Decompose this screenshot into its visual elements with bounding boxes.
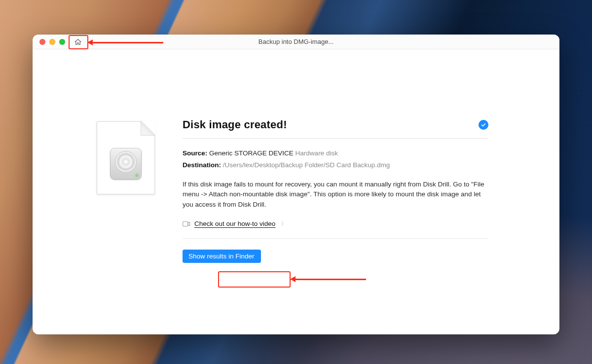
destination-value: /Users/lex/Desktop/Backup Folder/SD Card… <box>223 161 390 169</box>
home-icon <box>74 38 82 46</box>
help-text: If this disk image fails to mount for re… <box>183 180 488 211</box>
panel-header: Disk image created! <box>183 118 488 139</box>
video-camera-icon <box>183 221 190 227</box>
howto-video-row: Check out our how-to video 〉 <box>183 220 488 239</box>
chevron-right-icon: 〉 <box>281 220 287 227</box>
info-block: Source: Generic STORAGE DEVICE Hardware … <box>183 148 488 171</box>
source-value: Generic STORAGE DEVICE <box>209 149 294 157</box>
destination-row: Destination: /Users/lex/Desktop/Backup F… <box>183 160 488 170</box>
source-row: Source: Generic STORAGE DEVICE Hardware … <box>183 148 488 158</box>
window-title: Backup into DMG-image... <box>259 38 333 45</box>
svg-rect-0 <box>183 221 188 226</box>
result-panel: Disk image created! Source: Generic STOR… <box>183 118 488 263</box>
howto-video-link[interactable]: Check out our how-to video <box>194 220 275 227</box>
close-window-button[interactable] <box>39 39 45 45</box>
window-controls <box>39 39 65 45</box>
source-label: Source: <box>183 149 207 157</box>
titlebar: Backup into DMG-image... <box>33 35 559 49</box>
minimize-window-button[interactable] <box>49 39 55 45</box>
app-window: Backup into DMG-image... Disk image crea… <box>33 35 559 334</box>
disk-image-document-icon <box>97 121 155 194</box>
show-results-in-finder-button[interactable]: Show results in Finder <box>183 250 261 263</box>
home-button[interactable] <box>72 36 84 48</box>
content-area: Disk image created! Source: Generic STOR… <box>33 49 559 263</box>
actions-row: Show results in Finder <box>183 250 488 263</box>
panel-heading: Disk image created! <box>183 118 287 131</box>
source-suffix: Hardware disk <box>296 149 338 157</box>
zoom-window-button[interactable] <box>59 39 65 45</box>
destination-label: Destination: <box>183 161 221 169</box>
success-check-icon <box>479 120 488 130</box>
